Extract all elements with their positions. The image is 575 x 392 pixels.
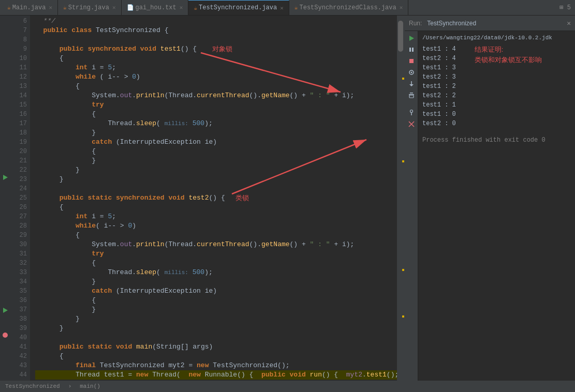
gutter-8 xyxy=(0,32,10,40)
code-line-30: System.out.println(Thread.currentThread(… xyxy=(35,240,397,249)
gutter-21 xyxy=(0,140,10,148)
code-line-37: } xyxy=(35,305,397,314)
process-finished-line: Process finished with exit code 0 xyxy=(422,135,571,145)
output-line-9: test2 : 0 xyxy=(422,119,456,128)
gutter-25[interactable] xyxy=(0,173,10,182)
code-line-27: int i = 5; xyxy=(35,212,397,221)
breadcrumb-2: main() xyxy=(80,383,100,389)
code-line-12: while ( i-- > 0) xyxy=(35,72,397,82)
rerun-button[interactable] xyxy=(406,44,417,55)
tab-close-icon[interactable]: ✕ xyxy=(112,4,116,11)
svg-marker-5 xyxy=(409,36,414,41)
tab-label: gai_hou.txt xyxy=(136,4,176,11)
code-line-19: catch (InterruptedException ie) xyxy=(35,138,397,147)
tab-close-icon[interactable]: ✕ xyxy=(49,4,52,11)
scroll-to-end-button[interactable] xyxy=(406,79,417,89)
tab-label: TestSynchronized.java xyxy=(199,4,277,11)
scrollbar-thumb[interactable] xyxy=(398,21,403,52)
svg-marker-1 xyxy=(3,308,8,313)
gutter-39 xyxy=(0,290,10,298)
gutter-9 xyxy=(0,40,10,49)
editor-area: 6 7 8 9 10 11 12 13 14 15 16 17 18 19 20… xyxy=(0,16,404,381)
java-icon: ☕ xyxy=(7,4,11,11)
line-numbers: 6 7 8 9 10 11 12 13 14 15 16 17 18 19 20… xyxy=(10,16,30,381)
gutter-42 xyxy=(0,314,10,323)
pin-button[interactable] xyxy=(406,108,417,118)
code-line-28: while( i-- > 0) xyxy=(35,221,397,231)
svg-point-16 xyxy=(410,110,412,113)
tab-overflow-icon[interactable]: ⊞ 5 xyxy=(559,4,571,11)
code-line-29: { xyxy=(35,231,397,240)
gutter-45 xyxy=(0,339,10,348)
code-line-32: { xyxy=(35,259,397,268)
tab-close-icon[interactable]: ✕ xyxy=(180,4,183,11)
svg-marker-0 xyxy=(3,175,8,180)
breadcrumb-1: TestSynchronized xyxy=(5,383,60,389)
code-line-42: { xyxy=(35,352,397,361)
close-run-icon[interactable]: ✕ xyxy=(567,19,571,27)
tab-gai-hou[interactable]: 📄 gai_hou.txt ✕ xyxy=(122,0,189,15)
main-area: 6 7 8 9 10 11 12 13 14 15 16 17 18 19 20… xyxy=(0,16,575,381)
svg-rect-7 xyxy=(412,48,414,52)
gutter-47 xyxy=(0,356,10,364)
scrollbar-marker-2 xyxy=(402,160,404,162)
gutter-15 xyxy=(0,90,10,98)
clear-output-button[interactable] xyxy=(406,90,417,100)
gutter-24 xyxy=(0,165,10,173)
run-output: /Users/wangting22/data0/jdk-10.0.2.jdk t… xyxy=(418,31,575,381)
tab-test-synchronized[interactable]: ☕ TestSynchronized.java ✕ xyxy=(188,0,289,15)
run-path: /Users/wangting22/data0/jdk-10.0.2.jdk xyxy=(422,33,571,42)
gutter-44[interactable] xyxy=(0,331,10,339)
code-line-13: { xyxy=(35,82,397,91)
java-icon: ☕ xyxy=(63,4,67,11)
code-line-18: } xyxy=(35,128,397,138)
gutter-41[interactable] xyxy=(0,306,10,314)
run-panel-body: /Users/wangting22/data0/jdk-10.0.2.jdk t… xyxy=(405,31,575,381)
gutter-35 xyxy=(0,256,10,264)
gutter-10 xyxy=(0,49,10,57)
code-line-11: int i = 5; xyxy=(35,63,397,72)
gutter-22 xyxy=(0,148,10,157)
gutter-49 xyxy=(0,372,10,381)
editor-scrollbar[interactable] xyxy=(397,16,404,381)
gutter-30 xyxy=(0,215,10,223)
code-line-43: final TestSynchronized myt2 = new TestSy… xyxy=(35,361,397,370)
output-line-6: test2 : 2 xyxy=(422,91,456,100)
code-line-33: Thread.sleep( millis: 500); xyxy=(35,268,397,277)
gutter-7 xyxy=(0,24,10,32)
gutter-26 xyxy=(0,182,10,190)
svg-rect-6 xyxy=(409,48,411,52)
output-line-8: test1 : 0 xyxy=(422,110,456,119)
output-line-5: test1 : 2 xyxy=(422,82,456,91)
settings-run-button[interactable] xyxy=(406,67,417,78)
code-line-38: } xyxy=(35,314,397,324)
stop-button[interactable] xyxy=(406,56,417,66)
run-title: TestSynchronized xyxy=(427,20,476,27)
code-line-26: { xyxy=(35,203,397,212)
code-line-21: } xyxy=(35,156,397,165)
tab-main-java[interactable]: ☕ Main.java ✕ xyxy=(2,0,58,15)
tab-test-synchronized-class[interactable]: ☕ TestSynchronizedClass.java ✕ xyxy=(289,0,408,15)
tab-string-java[interactable]: ☕ String.java ✕ xyxy=(58,0,121,15)
run-again-button[interactable] xyxy=(406,33,417,43)
run-side-toolbar xyxy=(405,31,418,381)
close-panel-button[interactable] xyxy=(406,119,417,129)
gutter-33 xyxy=(0,239,10,248)
code-line-9: public synchronized void test1() { 对象锁 xyxy=(35,44,397,54)
java-icon: ☕ xyxy=(194,5,197,11)
tab-label: String.java xyxy=(68,4,109,11)
code-line-23: } xyxy=(35,175,397,184)
svg-rect-8 xyxy=(409,59,414,63)
tab-close-icon[interactable]: ✕ xyxy=(280,5,284,11)
code-line-45: Thread test2 = new Thread( new Runnable(… xyxy=(35,380,397,381)
editor-content: 6 7 8 9 10 11 12 13 14 15 16 17 18 19 20… xyxy=(0,16,404,381)
gutter-34 xyxy=(0,248,10,256)
code-line-15: try xyxy=(35,100,397,110)
output-line-2: test2 : 4 xyxy=(422,54,456,63)
scrollbar-marker-4 xyxy=(402,315,404,318)
output-line-3: test1 : 3 xyxy=(422,63,456,72)
scrollbar-marker-3 xyxy=(402,269,404,271)
gutter-18 xyxy=(0,115,10,124)
code-area[interactable]: **/ public class TestSynchronized { publ… xyxy=(30,16,397,381)
tab-close-icon[interactable]: ✕ xyxy=(400,4,403,11)
